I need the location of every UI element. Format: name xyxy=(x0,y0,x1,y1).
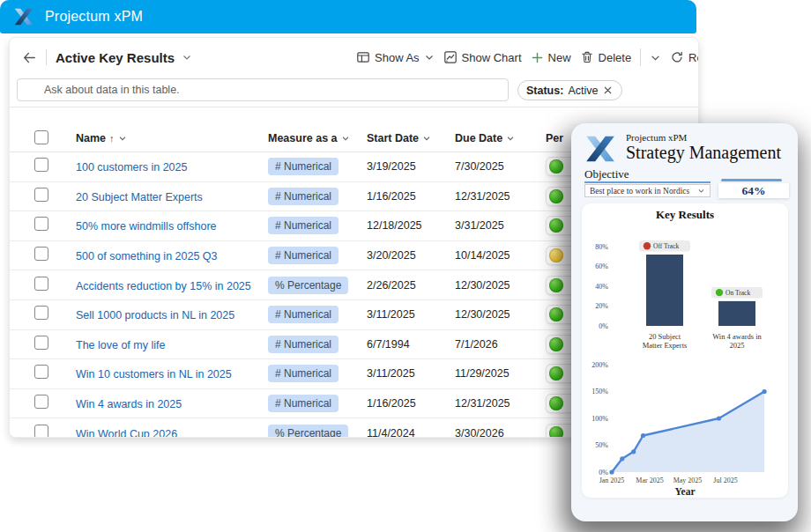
due-date-cell: 11/29/2025 xyxy=(455,367,546,380)
objective-dropdown[interactable]: Best place to work in Nordics xyxy=(584,184,711,197)
overlay-header: Projectum xPM Strategy Management xyxy=(583,131,781,166)
chevron-down-icon xyxy=(182,52,192,63)
row-checkbox[interactable] xyxy=(34,365,48,379)
progress-accent-line xyxy=(721,179,782,181)
table-search-row: Status: Active xyxy=(10,77,698,107)
app-header-bar: Projectum xPM xyxy=(0,0,696,33)
select-all-checkbox[interactable] xyxy=(34,130,48,144)
column-header-due-date[interactable]: Due Date xyxy=(455,132,546,144)
key-result-link[interactable]: 50% more windmills offshore xyxy=(76,220,217,233)
chevron-down-icon xyxy=(697,187,705,195)
bar-chart-title: Key Results xyxy=(582,203,788,222)
status-dot-yellow xyxy=(549,248,563,262)
show-chart-button[interactable]: Show Chart xyxy=(443,50,522,64)
svg-text:0%: 0% xyxy=(599,469,608,477)
measure-chip: % Percentage xyxy=(268,425,348,438)
due-date-cell: 10/14/2025 xyxy=(455,249,546,262)
command-bar: Active Key Results Show As xyxy=(10,38,698,77)
row-checkbox[interactable] xyxy=(34,247,48,261)
delete-button[interactable]: Delete xyxy=(580,50,632,64)
measure-chip: # Numerical xyxy=(268,306,339,323)
svg-text:2025: 2025 xyxy=(730,341,745,350)
key-result-link[interactable]: 500 of something in 2025 Q3 xyxy=(76,250,218,262)
ask-data-input[interactable] xyxy=(17,78,509,101)
start-date-cell: 2/26/2025 xyxy=(367,279,455,292)
column-header-start-date[interactable]: Start Date xyxy=(367,132,455,144)
more-commands-button[interactable] xyxy=(650,52,661,63)
strategy-management-panel: Projectum xPM Strategy Management Object… xyxy=(571,123,798,521)
status-dot-green xyxy=(549,278,563,292)
svg-text:50%: 50% xyxy=(595,441,608,449)
show-as-button[interactable]: Show As xyxy=(356,50,435,64)
svg-text:Off Track: Off Track xyxy=(653,242,679,250)
svg-text:Mar 2025: Mar 2025 xyxy=(636,477,663,484)
command-bar-actions: Show As Show Chart New xyxy=(356,38,699,77)
svg-text:20 Subject: 20 Subject xyxy=(649,332,681,341)
refresh-button[interactable]: Refresh xyxy=(670,50,699,64)
measure-chip: % Percentage xyxy=(268,277,348,294)
start-date-cell: 1/16/2025 xyxy=(367,397,455,410)
start-date-cell: 3/11/2025 xyxy=(367,367,455,380)
key-result-link[interactable]: Sell 1000 products in NL in 2025 xyxy=(76,309,234,321)
due-date-cell: 12/31/2025 xyxy=(455,190,546,203)
key-result-link[interactable]: 100 customers in 2025 xyxy=(76,161,187,174)
key-result-link[interactable]: Accidents reduction by 15% in 2025 xyxy=(76,280,251,292)
chevron-down-icon xyxy=(341,134,350,143)
start-date-cell: 11/4/2024 xyxy=(367,427,455,438)
chevron-down-icon xyxy=(650,52,661,63)
status-dot-green xyxy=(549,426,563,438)
plus-icon xyxy=(531,51,544,64)
key-result-link[interactable]: Win 10 customers in NL in 2025 xyxy=(76,368,232,381)
svg-text:May 2025: May 2025 xyxy=(673,477,703,484)
progress-area-chart: 0%50%100%150%200%Jan 2025Mar 2025May 202… xyxy=(585,354,785,488)
row-checkbox[interactable] xyxy=(34,277,48,291)
overlay-logo-icon xyxy=(583,131,618,166)
status-dot-green xyxy=(549,189,563,203)
row-checkbox[interactable] xyxy=(34,425,48,438)
area-chart-x-axis-label: Year xyxy=(582,486,788,497)
svg-text:60%: 60% xyxy=(595,262,608,270)
start-date-cell: 3/20/2025 xyxy=(367,249,455,262)
row-checkbox[interactable] xyxy=(34,188,48,202)
start-date-cell: 3/11/2025 xyxy=(367,308,455,321)
row-checkbox[interactable] xyxy=(34,217,48,231)
view-selector-chevron[interactable] xyxy=(182,52,192,63)
measure-chip: # Numerical xyxy=(268,365,339,382)
key-result-link[interactable]: The love of my life xyxy=(76,339,165,351)
objective-value: Best place to work in Nordics xyxy=(590,187,689,196)
key-result-link[interactable]: Win 4 awards in 2025 xyxy=(76,398,182,410)
filter-label: Status: xyxy=(526,85,563,97)
due-date-cell: 12/30/2025 xyxy=(455,308,546,321)
svg-text:0%: 0% xyxy=(599,322,608,330)
due-date-cell: 7/1/2026 xyxy=(455,338,546,351)
due-date-cell: 3/31/2025 xyxy=(455,219,546,232)
key-result-link[interactable]: 20 Subject Matter Experts xyxy=(76,191,203,203)
svg-text:150%: 150% xyxy=(592,388,608,395)
key-result-link[interactable]: Win World Cup 2026 xyxy=(76,428,177,438)
due-date-cell: 12/31/2025 xyxy=(455,397,546,410)
svg-text:40%: 40% xyxy=(595,283,608,291)
chevron-down-icon xyxy=(422,134,431,143)
new-button[interactable]: New xyxy=(531,51,571,64)
view-title[interactable]: Active Key Results xyxy=(56,50,175,65)
back-button[interactable] xyxy=(22,50,37,65)
objective-progress-value: 64% xyxy=(718,183,789,198)
row-checkbox[interactable] xyxy=(34,336,48,350)
row-checkbox[interactable] xyxy=(34,158,48,172)
status-filter-chip[interactable]: Status: Active xyxy=(517,80,622,100)
dismiss-icon[interactable] xyxy=(602,85,614,96)
app-logo-icon xyxy=(12,5,35,28)
start-date-cell: 3/19/2025 xyxy=(367,160,455,173)
column-header-name[interactable]: Name ↑ xyxy=(76,132,268,144)
column-header-measure[interactable]: Measure as a xyxy=(268,132,367,144)
key-results-bar-chart: 0%20%40%60%80%Off Track20 SubjectMatter … xyxy=(585,224,785,352)
chevron-down-icon xyxy=(506,134,515,143)
toolbar-divider xyxy=(46,49,47,65)
start-date-cell: 6/7/1994 xyxy=(367,338,455,351)
svg-text:100%: 100% xyxy=(592,415,608,423)
due-date-cell: 7/30/2025 xyxy=(455,160,546,173)
status-dot-green xyxy=(549,396,563,410)
row-checkbox[interactable] xyxy=(34,395,48,409)
toolbar-divider xyxy=(640,48,641,66)
row-checkbox[interactable] xyxy=(34,306,48,320)
